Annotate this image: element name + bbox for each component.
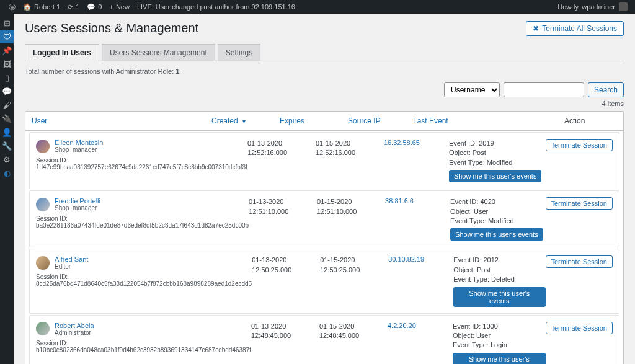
created-cell: 01-13-202012:48:45.000 (251, 322, 319, 364)
col-action: Action (564, 117, 617, 125)
plugin-icon[interactable]: 🛡 (0, 30, 14, 43)
sort-desc-icon: ▼ (241, 118, 247, 125)
site-name-label: Robert 1 (34, 3, 60, 11)
col-created[interactable]: Created ▼ (211, 117, 280, 125)
profile-link[interactable]: Howdy, wpadminer (554, 2, 630, 11)
appearance-icon[interactable]: 🖌 (0, 98, 14, 112)
avatar-icon (619, 2, 628, 11)
session-id-label: Session ID: 8cd25da76bd471d8640c5fa33d12… (36, 273, 252, 287)
wp-logo[interactable]: ⓦ (5, 2, 19, 12)
show-events-button[interactable]: Show me this user's events (453, 353, 546, 364)
expires-cell: 01-15-202012:51:10.000 (317, 197, 385, 241)
ip-link[interactable]: 30.10.82.19 (388, 255, 424, 263)
howdy-label: Howdy, wpadminer (557, 3, 615, 11)
dashboard-icon[interactable]: ⊞ (0, 16, 14, 30)
col-created-label: Created (211, 117, 238, 125)
user-role-label: Administrator (55, 329, 94, 336)
show-events-button[interactable]: Show me this user's events (453, 287, 545, 307)
collapse-icon[interactable]: ◐ (0, 166, 14, 180)
user-role-label: Shop_manager (55, 205, 100, 211)
comments-count: 0 (98, 3, 102, 11)
pages-icon[interactable]: ▯ (0, 71, 14, 84)
admin-sidebar: ⊞ 🛡 📌 🖾 ▯ 💬 🖌 🔌 👤 🔧 ⚙ ◐ (0, 14, 14, 364)
search-filter-select[interactable]: Username (444, 82, 500, 97)
user-name-link[interactable]: Freddie Portelli (55, 197, 100, 205)
event-cell: Event ID: 4020 Object: User Event Type: … (450, 197, 545, 241)
table-row: Eileen Montesin Shop_manager Session ID:… (29, 132, 619, 189)
col-expires[interactable]: Expires (280, 117, 348, 125)
col-user[interactable]: User (32, 117, 211, 125)
user-role-label: Editor (55, 263, 88, 270)
show-events-button[interactable]: Show me this user's events (450, 228, 543, 241)
terminate-session-button[interactable]: Terminate Session (546, 197, 613, 210)
new-content-link[interactable]: + New (105, 3, 133, 11)
ip-link[interactable]: 4.2.20.20 (388, 322, 416, 329)
terminate-session-button[interactable]: Terminate Session (546, 255, 613, 268)
total-sessions-line: Total number of sessions with Administra… (25, 68, 624, 75)
event-cell: Event ID: 1000 Object: User Event Type: … (453, 322, 546, 364)
session-id-label: Session ID: b10bc0c802366da048ca03b1f9d4… (36, 340, 251, 353)
col-ip[interactable]: Source IP (348, 117, 413, 125)
table-row: Robert Abela Administrator Session ID: b… (29, 315, 619, 364)
sessions-table: User Created ▼ Expires Source IP Last Ev… (25, 111, 624, 364)
table-header: User Created ▼ Expires Source IP Last Ev… (25, 112, 623, 131)
event-cell: Event ID: 2019 Object: Post Event Type: … (449, 139, 546, 182)
avatar (36, 322, 50, 335)
site-link[interactable]: 🏠 Robert 1 (19, 3, 64, 11)
tools-icon[interactable]: 🔧 (0, 139, 14, 153)
avatar (36, 140, 50, 153)
user-name-link[interactable]: Robert Abela (55, 322, 94, 329)
created-cell: 01-13-202012:52:16.000 (247, 139, 316, 182)
created-cell: 01-13-202012:50:25.000 (252, 255, 320, 306)
settings-icon[interactable]: ⚙ (0, 153, 14, 166)
total-sessions-label: Total number of sessions with Administra… (25, 68, 175, 75)
session-id-label: Session ID: ba0e2281186a07434fde01de87d6… (36, 215, 249, 229)
tab-2[interactable]: Settings (218, 44, 260, 61)
col-event[interactable]: Last Event (413, 117, 564, 125)
tabs: Logged In UsersUsers Sessions Management… (25, 44, 624, 61)
session-id-label: Session ID: 1d47e99bcaa031392757e62674c9… (36, 157, 247, 171)
user-role-label: Shop_manager (55, 146, 103, 153)
terminate-session-button[interactable]: Terminate Session (546, 139, 613, 151)
avatar (36, 198, 50, 211)
admin-bar: ⓦ 🏠 Robert 1 ⟳ 1 💬 0 + New LIVE: User ch… (0, 0, 635, 14)
close-icon: ✖ (533, 24, 539, 33)
live-notification[interactable]: LIVE: User changed post author from 92.1… (133, 3, 299, 11)
show-events-button[interactable]: Show me this user's events (449, 170, 542, 182)
terminate-all-button[interactable]: ✖ Terminate All Sessions (526, 21, 624, 36)
users-icon[interactable]: 👤 (0, 125, 14, 139)
user-name-link[interactable]: Eileen Montesin (55, 139, 103, 146)
tab-1[interactable]: Users Sessions Management (102, 44, 215, 61)
main-content: Users Sessions & Management ✖ Terminate … (14, 14, 635, 364)
event-cell: Event ID: 2012 Object: Post Event Type: … (453, 255, 545, 306)
avatar (36, 256, 50, 270)
updates-count: 1 (76, 3, 79, 11)
total-sessions-count: 1 (175, 68, 179, 75)
updates-link[interactable]: ⟳ 1 (64, 3, 83, 11)
new-label: New (116, 3, 130, 11)
search-row: Username Search (25, 82, 624, 97)
created-cell: 01-13-202012:51:10.000 (249, 197, 317, 241)
page-title: Users Sessions & Management (25, 21, 198, 35)
expires-cell: 01-15-202012:52:16.000 (316, 139, 384, 182)
terminate-session-button[interactable]: Terminate Session (546, 322, 613, 334)
expires-cell: 01-15-202012:50:25.000 (320, 255, 388, 306)
user-name-link[interactable]: Alfred Sant (55, 255, 88, 263)
table-row: Alfred Sant Editor Session ID: 8cd25da76… (29, 249, 619, 313)
search-input[interactable] (504, 82, 584, 97)
comments-link[interactable]: 💬 0 (83, 3, 105, 11)
tab-0[interactable]: Logged In Users (25, 44, 99, 61)
pin-icon[interactable]: 📌 (0, 43, 14, 57)
ip-link[interactable]: 38.81.6.6 (385, 197, 414, 205)
expires-cell: 01-15-202012:48:45.000 (319, 322, 388, 364)
items-count-top: 4 items (25, 100, 624, 107)
table-row: Freddie Portelli Shop_manager Session ID… (29, 190, 619, 247)
media-icon[interactable]: 🖾 (0, 57, 14, 71)
plugins-icon[interactable]: 🔌 (0, 112, 14, 125)
ip-link[interactable]: 16.32.58.65 (384, 139, 420, 146)
comments-icon[interactable]: 💬 (0, 84, 14, 98)
terminate-all-label: Terminate All Sessions (542, 24, 617, 33)
search-button[interactable]: Search (588, 82, 624, 97)
